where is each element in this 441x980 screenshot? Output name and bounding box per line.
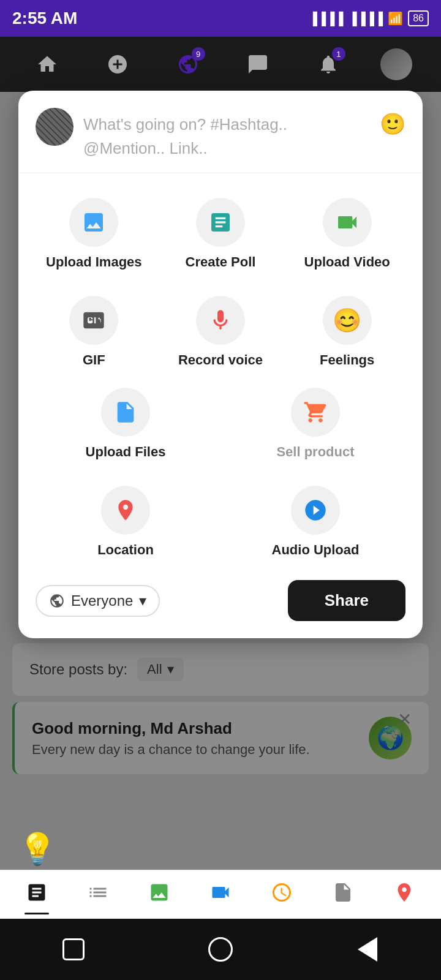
upload-files-icon-circle xyxy=(101,388,150,437)
post-placeholder[interactable]: What's going on? #Hashtag.. @Mention.. L… xyxy=(83,108,370,160)
action-audio-upload[interactable]: Audio Upload xyxy=(221,476,410,568)
nav-add[interactable] xyxy=(99,46,136,83)
bottom-tab-bar xyxy=(0,870,441,919)
nav-back-button[interactable] xyxy=(352,934,383,965)
user-avatar xyxy=(36,108,74,146)
system-navigation xyxy=(0,919,441,980)
nav-badge-1: 9 xyxy=(192,47,205,61)
location-icon-circle xyxy=(101,486,150,535)
status-icons: ▐▐▐▐ ▐▐▐▐ 📶 86 xyxy=(309,10,429,26)
emoji-button[interactable]: 🙂 xyxy=(380,108,405,136)
signal-icon: ▐▐▐▐ xyxy=(309,12,344,26)
tab-video[interactable] xyxy=(203,875,238,914)
divider xyxy=(18,173,423,173)
action-sell-product[interactable]: Sell product xyxy=(221,378,410,470)
gif-icon-circle xyxy=(69,296,118,345)
tab-images[interactable] xyxy=(142,875,176,914)
action-feelings[interactable]: 😊 Feelings xyxy=(284,286,410,378)
upload-video-label: Upload Video xyxy=(304,254,390,270)
nav-chat[interactable] xyxy=(239,46,276,83)
location-label: Location xyxy=(97,542,154,558)
record-voice-label: Record voice xyxy=(178,352,263,368)
nav-home[interactable] xyxy=(29,46,66,83)
nav-square-button[interactable] xyxy=(58,934,89,965)
gif-label: GIF xyxy=(83,352,105,368)
status-bar: 2:55 AM ▐▐▐▐ ▐▐▐▐ 📶 86 xyxy=(0,0,441,37)
wifi-icon: 📶 xyxy=(388,11,403,26)
bottom-partial-icon: 💡 xyxy=(18,831,56,867)
post-modal: What's going on? #Hashtag.. @Mention.. L… xyxy=(18,91,423,638)
tab-location[interactable] xyxy=(387,875,421,914)
upload-video-icon-circle xyxy=(323,198,372,247)
upload-images-label: Upload Images xyxy=(46,254,141,270)
action-upload-images[interactable]: Upload Images xyxy=(31,188,157,280)
audio-upload-icon-circle xyxy=(291,486,340,535)
create-poll-icon-circle xyxy=(196,198,245,247)
actions-grid: Upload Images Create Poll Upload Video G… xyxy=(18,188,423,378)
action-create-poll[interactable]: Create Poll xyxy=(157,188,284,280)
battery-icon: 86 xyxy=(408,10,429,26)
sell-product-icon-circle xyxy=(291,388,340,437)
audio-upload-label: Audio Upload xyxy=(272,542,360,558)
status-time: 2:55 AM xyxy=(12,9,77,28)
action-gif[interactable]: GIF xyxy=(31,286,157,378)
action-location[interactable]: Location xyxy=(31,476,221,568)
tab-list[interactable] xyxy=(81,875,115,914)
share-button[interactable]: Share xyxy=(288,580,405,621)
nav-home-button[interactable] xyxy=(205,934,236,965)
nav-bar: 9 1 xyxy=(0,37,441,92)
feelings-label: Feelings xyxy=(320,352,374,368)
post-input-area: What's going on? #Hashtag.. @Mention.. L… xyxy=(18,91,423,173)
tab-activity[interactable] xyxy=(265,875,299,914)
audience-button[interactable]: Everyone ▾ xyxy=(36,585,160,617)
nav-globe[interactable]: 9 xyxy=(170,46,206,83)
nav-avatar[interactable] xyxy=(380,48,412,80)
modal-bottom: Everyone ▾ Share xyxy=(18,568,423,621)
actions-grid-2col: Upload Files Sell product Location Audio… xyxy=(18,378,423,568)
audience-dropdown-arrow: ▾ xyxy=(139,592,146,609)
action-record-voice[interactable]: Record voice xyxy=(157,286,284,378)
action-upload-files[interactable]: Upload Files xyxy=(31,378,221,470)
nav-notification[interactable]: 1 xyxy=(310,46,347,83)
tab-posts[interactable] xyxy=(20,875,54,914)
audience-label: Everyone xyxy=(71,592,133,609)
record-voice-icon-circle xyxy=(196,296,245,345)
action-upload-video[interactable]: Upload Video xyxy=(284,188,410,280)
upload-images-icon-circle xyxy=(69,198,118,247)
upload-files-label: Upload Files xyxy=(86,444,166,460)
signal-icon-2: ▐▐▐▐ xyxy=(349,12,383,26)
create-poll-label: Create Poll xyxy=(186,254,256,270)
nav-badge-2: 1 xyxy=(332,47,345,61)
sell-product-label: Sell product xyxy=(276,444,354,460)
feelings-icon-circle: 😊 xyxy=(323,296,372,345)
tab-files[interactable] xyxy=(326,875,360,914)
